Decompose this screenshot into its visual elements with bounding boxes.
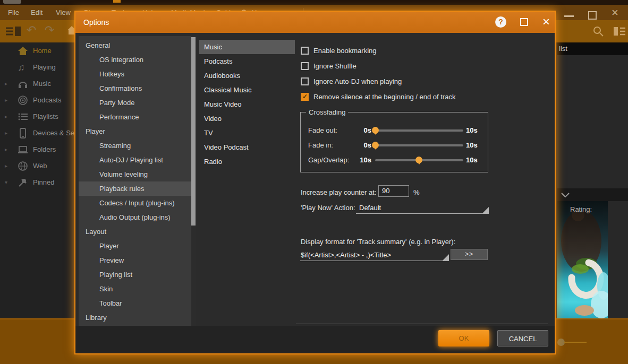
ok-button[interactable]: OK — [438, 330, 489, 346]
tree-item-performance[interactable]: Performance — [79, 110, 191, 124]
chevron-right-icon[interactable]: ▸ — [5, 125, 7, 141]
layout-view-icon[interactable] — [613, 27, 626, 36]
tree-item-general[interactable]: General — [79, 38, 191, 53]
tree-item-library[interactable]: Library — [79, 310, 191, 325]
undo-icon[interactable]: ↶ — [27, 23, 36, 37]
playing-list-header: list — [557, 42, 628, 55]
volume-track[interactable] — [564, 342, 587, 343]
fade-out-label: Fade out: — [308, 125, 337, 136]
tree-item-preview[interactable]: Preview — [79, 253, 191, 267]
tree-item-party-mode[interactable]: Party Mode — [79, 96, 191, 110]
play-now-combo[interactable]: Default — [359, 203, 381, 213]
tree-item-layout-player[interactable]: Player — [79, 239, 191, 253]
podcast-icon — [18, 95, 28, 106]
chevron-right-icon[interactable]: ▸ — [5, 108, 7, 125]
fade-out-min: 0s — [346, 125, 371, 136]
sidebar-item-pinned[interactable]: ▾ Pinned — [0, 174, 74, 190]
media-type-music-video[interactable]: Music Video — [199, 97, 295, 111]
sidebar-item-podcasts[interactable]: ▸ Podcasts — [0, 92, 74, 108]
fade-in-slider-thumb[interactable] — [372, 142, 379, 149]
sidebar-item-home[interactable]: Home — [0, 42, 74, 59]
chevron-right-icon[interactable]: ▸ — [5, 75, 7, 92]
playlist-icon — [18, 111, 28, 122]
tree-item-volume-leveling[interactable]: Volume leveling — [79, 167, 191, 181]
checkbox-ignore-auto-dj[interactable] — [301, 77, 309, 85]
checkbox-ignore-shuffle[interactable] — [301, 62, 309, 70]
tree-item-audio-output[interactable]: Audio Output (plug-ins) — [79, 210, 191, 224]
settings-tree: General OS integration Hotkeys Confirmat… — [79, 36, 191, 326]
menu-file[interactable]: File — [8, 5, 19, 20]
tree-item-confirmations[interactable]: Confirmations — [79, 81, 191, 96]
tree-item-codecs-input[interactable]: Codecs / Input (plug-ins) — [79, 196, 191, 210]
fade-in-max: 10s — [466, 140, 478, 151]
album-artwork[interactable] — [557, 201, 608, 318]
chevron-right-icon[interactable]: ▸ — [5, 92, 7, 108]
media-type-audiobooks[interactable]: Audiobooks — [199, 68, 295, 83]
play-counter-input[interactable]: 90 — [378, 185, 409, 197]
checkbox-remove-silence[interactable] — [301, 93, 309, 101]
media-type-tv[interactable]: TV — [199, 126, 295, 140]
sidebar-item-folders[interactable]: ▸ Folders — [0, 141, 74, 158]
close-window-button[interactable]: × — [612, 6, 618, 20]
display-format-combo[interactable]: $if(<Artist>,<Artist> - ,)<Title> — [301, 250, 391, 261]
gap-overlap-slider-thumb[interactable] — [415, 157, 422, 163]
display-format-underline — [300, 261, 449, 261]
sidebar-item-devices[interactable]: ▸ Devices & Se — [0, 125, 74, 141]
tree-item-playing-list[interactable]: Playing list — [79, 267, 191, 282]
menu-view[interactable]: View — [56, 5, 71, 20]
sidebar-item-music[interactable]: ▸ Music — [0, 75, 74, 92]
accent-notch — [113, 0, 121, 3]
chevron-right-icon[interactable]: ▸ — [5, 158, 7, 174]
play-now-dropdown-icon[interactable] — [482, 207, 489, 213]
gap-overlap-label: Gap/Overlap: — [308, 155, 349, 166]
checkbox-enable-bookmarking[interactable] — [301, 47, 309, 55]
tree-item-toolbar[interactable]: Toolbar — [79, 296, 191, 310]
chevron-down-icon[interactable]: ▾ — [5, 174, 7, 190]
taskbar-fragment — [3, 0, 21, 4]
chevron-right-icon[interactable]: ▸ — [5, 141, 7, 158]
tree-item-auto-dj[interactable]: Auto-DJ / Playing list — [79, 153, 191, 167]
sidebar-item-playlists[interactable]: ▸ Playlists — [0, 108, 74, 125]
media-type-podcasts[interactable]: Podcasts — [199, 54, 295, 68]
tree-item-skin[interactable]: Skin — [79, 282, 191, 296]
dialog-close-icon[interactable]: × — [542, 15, 550, 28]
sidebar-item-playing[interactable]: ♫ Playing — [0, 59, 74, 75]
media-type-video[interactable]: Video — [199, 111, 295, 126]
sidebar-item-web[interactable]: ▸ Web — [0, 158, 74, 174]
tree-item-layout[interactable]: Layout — [79, 224, 191, 239]
help-icon[interactable]: ? — [495, 16, 506, 28]
dialog-titlebar[interactable]: Options ? × — [75, 12, 555, 33]
search-toolbar-icon[interactable] — [593, 26, 604, 37]
cancel-button[interactable]: CANCEL — [497, 330, 548, 346]
menu-edit[interactable]: Edit — [31, 5, 43, 20]
display-format-edit-button[interactable]: >> — [451, 249, 488, 260]
tree-item-hotkeys[interactable]: Hotkeys — [79, 67, 191, 81]
redo-icon[interactable]: ↷ — [45, 23, 54, 37]
tree-scrollbar[interactable] — [191, 36, 196, 326]
tree-scrollbar-thumb[interactable] — [191, 37, 196, 226]
tree-item-os-integration[interactable]: OS integration — [79, 53, 191, 67]
play-counter-unit: % — [413, 187, 420, 198]
volume-knob[interactable] — [557, 339, 565, 346]
media-type-classical-music[interactable]: Classical Music — [199, 83, 295, 97]
top-edge-strip — [0, 0, 628, 5]
gap-overlap-min: 10s — [346, 155, 371, 166]
maximize-button[interactable] — [588, 11, 597, 20]
minimize-button[interactable] — [564, 15, 574, 17]
tree-item-player[interactable]: Player — [79, 124, 191, 138]
device-icon — [18, 128, 28, 138]
media-type-radio[interactable]: Radio — [199, 154, 295, 169]
chevron-down-icon[interactable] — [561, 193, 570, 197]
panel-list-icon[interactable] — [5, 26, 21, 37]
fade-out-slider-thumb[interactable] — [372, 127, 379, 134]
fade-out-slider-track[interactable] — [375, 129, 463, 132]
fade-in-slider-track[interactable] — [375, 144, 463, 146]
dialog-maximize-icon[interactable] — [520, 18, 528, 26]
tree-item-playback-rules[interactable]: Playback rules — [79, 181, 191, 196]
media-type-video-podcast[interactable]: Video Podcast — [199, 140, 295, 154]
crossfading-group: Crossfading Fade out: 0s 10s Fade in: 0s… — [300, 112, 488, 172]
display-format-dropdown-icon[interactable] — [443, 254, 449, 261]
fade-in-min: 0s — [346, 140, 371, 151]
tree-item-streaming[interactable]: Streaming — [79, 138, 191, 153]
media-type-music[interactable]: Music — [199, 40, 295, 54]
